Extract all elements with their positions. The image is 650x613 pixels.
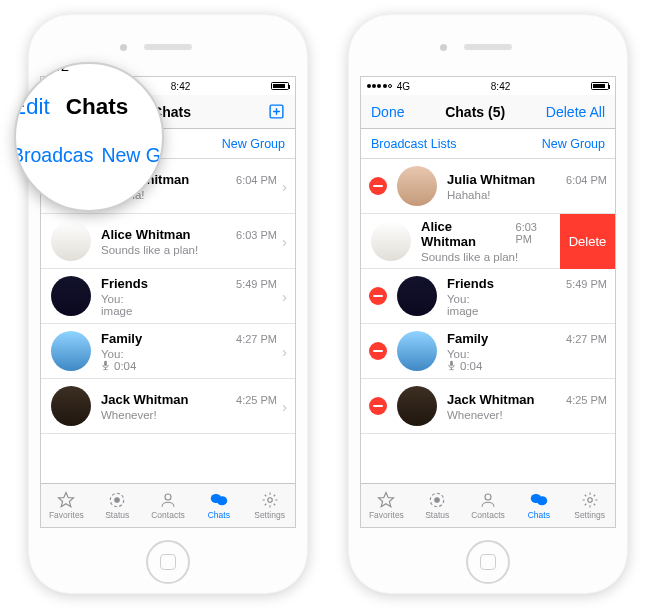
- status-icon: [107, 491, 127, 509]
- chat-row[interactable]: Family4:27 PMYou: 0:04›: [41, 324, 295, 379]
- mag-time: 8:42: [40, 62, 69, 73]
- tab-chats[interactable]: Chats: [193, 484, 244, 527]
- star-icon: [56, 491, 76, 509]
- avatar: [371, 221, 411, 261]
- mag-carrier: 4G: [14, 62, 33, 73]
- delete-toggle-icon[interactable]: [369, 397, 387, 415]
- avatar: [397, 331, 437, 371]
- avatar: [51, 386, 91, 426]
- chats-icon: [528, 491, 550, 509]
- chat-name: Julia Whitman: [447, 172, 535, 187]
- chat-time: 6:03 PM: [236, 229, 277, 241]
- chat-name: Alice Whitman: [421, 219, 510, 249]
- chevron-right-icon: ›: [282, 233, 287, 250]
- chat-preview-2: image: [101, 305, 277, 317]
- svg-point-18: [485, 494, 491, 500]
- tab-label: Chats: [528, 510, 550, 520]
- chat-preview-2: 0:04: [101, 360, 277, 372]
- chat-preview-2: 0:04: [447, 360, 607, 372]
- tab-settings[interactable]: Settings: [564, 484, 615, 527]
- svg-point-7: [165, 494, 171, 500]
- chevron-right-icon: ›: [282, 288, 287, 305]
- svg-point-10: [267, 498, 272, 503]
- chat-preview: Hahaha!: [447, 189, 607, 201]
- chat-preview: Sounds like a plan!: [101, 244, 277, 256]
- done-button[interactable]: Done: [371, 104, 404, 120]
- chat-time: 4:27 PM: [566, 333, 607, 345]
- tab-status[interactable]: Status: [92, 484, 143, 527]
- nav-bar: Done Chats (5) Delete All: [361, 95, 615, 129]
- tab-bar: FavoritesStatusContactsChatsSettings: [361, 483, 615, 527]
- chat-row[interactable]: Julia Whitman6:04 PMHahaha!: [361, 159, 615, 214]
- chat-row[interactable]: Friends5:49 PMYou:image›: [41, 269, 295, 324]
- svg-point-21: [587, 498, 592, 503]
- chat-time: 4:25 PM: [566, 394, 607, 406]
- tab-label: Favorites: [369, 510, 404, 520]
- chat-time: 6:04 PM: [236, 174, 277, 186]
- nav-title: Chats (5): [445, 104, 505, 120]
- chat-row[interactable]: Family4:27 PMYou: 0:04: [361, 324, 615, 379]
- chat-time: 5:49 PM: [566, 278, 607, 290]
- tab-contacts[interactable]: Contacts: [463, 484, 514, 527]
- new-group-link[interactable]: New Group: [222, 137, 285, 151]
- mag-broadcast[interactable]: Broadcas: [14, 143, 93, 166]
- tab-chats[interactable]: Chats: [513, 484, 564, 527]
- tab-label: Contacts: [471, 510, 505, 520]
- magnifier-overlay: 4G 8:42 Edit Chats Broadcas New Group: [14, 62, 164, 212]
- status-bar: 4G 8:42: [361, 77, 615, 95]
- tab-label: Favorites: [49, 510, 84, 520]
- chat-name: Alice Whitman: [101, 227, 191, 242]
- chat-row[interactable]: Alice Whitman6:03 PMSounds like a plan!D…: [361, 214, 615, 269]
- avatar: [51, 331, 91, 371]
- chat-row[interactable]: Jack Whitman4:25 PMWhenever!›: [41, 379, 295, 434]
- chat-time: 6:04 PM: [566, 174, 607, 186]
- delete-toggle-icon[interactable]: [369, 342, 387, 360]
- signal-dots-icon: [367, 84, 392, 88]
- delete-toggle-icon[interactable]: [369, 287, 387, 305]
- contacts-icon: [158, 491, 178, 509]
- chat-row[interactable]: Jack Whitman4:25 PMWhenever!: [361, 379, 615, 434]
- phone-left: 4G 8:42 Edit Chats Broadcast Lists New G…: [28, 14, 308, 594]
- chevron-right-icon: ›: [282, 398, 287, 415]
- phone-speaker: [144, 44, 192, 50]
- avatar: [51, 276, 91, 316]
- new-group-link[interactable]: New Group: [542, 137, 605, 151]
- svg-point-6: [115, 498, 120, 503]
- mag-new-group[interactable]: New Group: [101, 143, 164, 166]
- chat-name: Family: [101, 331, 142, 346]
- chat-time: 5:49 PM: [236, 278, 277, 290]
- chat-time: 6:03 PM: [516, 221, 556, 245]
- tab-label: Settings: [574, 510, 605, 520]
- tab-contacts[interactable]: Contacts: [143, 484, 194, 527]
- chat-preview-2: image: [447, 305, 607, 317]
- tab-favorites[interactable]: Favorites: [361, 484, 412, 527]
- chat-time: 4:27 PM: [236, 333, 277, 345]
- status-icon: [427, 491, 447, 509]
- tab-status[interactable]: Status: [412, 484, 463, 527]
- svg-marker-4: [59, 493, 74, 507]
- tab-label: Status: [425, 510, 449, 520]
- battery-icon: [271, 82, 289, 90]
- contacts-icon: [478, 491, 498, 509]
- chat-name: Family: [447, 331, 488, 346]
- delete-button[interactable]: Delete: [560, 214, 615, 269]
- chat-preview: You:: [101, 348, 277, 360]
- avatar: [397, 166, 437, 206]
- delete-toggle-icon[interactable]: [369, 177, 387, 195]
- tab-settings[interactable]: Settings: [244, 484, 295, 527]
- gear-icon: [580, 491, 600, 509]
- chat-preview: Sounds like a plan!: [421, 251, 556, 263]
- chat-row[interactable]: Alice Whitman6:03 PMSounds like a plan!›: [41, 214, 295, 269]
- home-button[interactable]: [466, 540, 510, 584]
- svg-rect-12: [450, 361, 453, 367]
- chat-name: Friends: [447, 276, 494, 291]
- delete-all-button[interactable]: Delete All: [546, 104, 605, 120]
- chevron-right-icon: ›: [282, 178, 287, 195]
- home-button[interactable]: [146, 540, 190, 584]
- broadcast-lists-link[interactable]: Broadcast Lists: [371, 137, 456, 151]
- svg-rect-1: [104, 361, 107, 367]
- tab-favorites[interactable]: Favorites: [41, 484, 92, 527]
- compose-icon[interactable]: [268, 103, 285, 120]
- tab-label: Status: [105, 510, 129, 520]
- chat-row[interactable]: Friends5:49 PMYou:image: [361, 269, 615, 324]
